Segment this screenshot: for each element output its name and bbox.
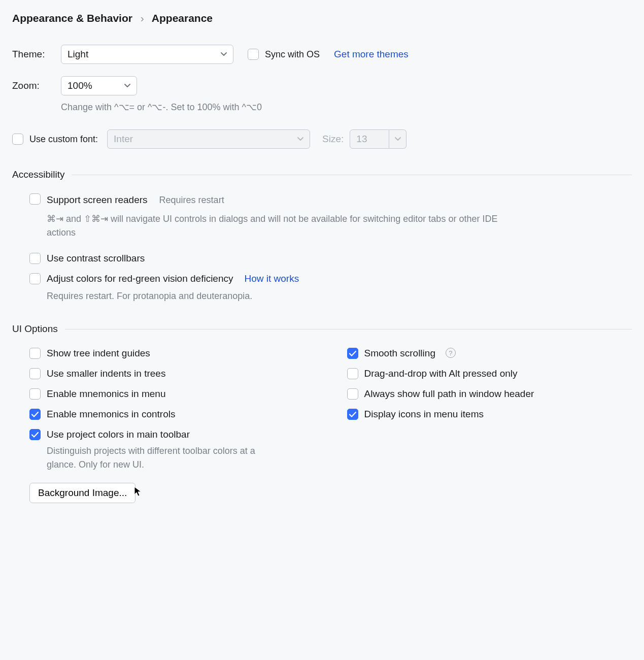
font-family-value: Inter bbox=[114, 134, 133, 145]
font-size-stepper: 13 bbox=[350, 129, 406, 149]
font-size-value: 13 bbox=[356, 134, 367, 145]
full-path-header-row: Always show full path in window header bbox=[347, 388, 632, 400]
display-icons-menu-row: Display icons in menu items bbox=[347, 409, 632, 420]
sync-with-os-label: Sync with OS bbox=[265, 49, 320, 60]
zoom-value: 100% bbox=[67, 80, 92, 91]
screen-readers-desc: ⌘⇥ and ⇧⌘⇥ will navigate UI controls in … bbox=[47, 212, 524, 240]
custom-font-row: Use custom font: Inter Size: 13 bbox=[12, 129, 632, 149]
project-colors-row: Use project colors in main toolbar bbox=[29, 429, 315, 440]
support-screen-readers-checkbox[interactable] bbox=[29, 193, 41, 205]
zoom-hint: Change with ^⌥= or ^⌥-. Set to 100% with… bbox=[61, 101, 632, 114]
project-colors-label: Use project colors in main toolbar bbox=[47, 429, 190, 440]
mnemonics-controls-checkbox[interactable] bbox=[29, 409, 41, 420]
theme-row: Theme: Light Sync with OS Get more theme… bbox=[12, 45, 632, 64]
display-icons-menu-checkbox[interactable] bbox=[347, 409, 358, 420]
ui-options-title: UI Options bbox=[12, 323, 58, 335]
support-screen-readers-label: Support screen readers bbox=[47, 194, 148, 205]
section-divider bbox=[72, 175, 632, 175]
get-more-themes-link[interactable]: Get more themes bbox=[334, 49, 409, 60]
font-family-dropdown: Inter bbox=[107, 129, 310, 149]
screen-readers-row: Support screen readers Requires restart bbox=[29, 193, 632, 207]
zoom-dropdown[interactable]: 100% bbox=[61, 76, 137, 95]
drag-drop-alt-checkbox[interactable] bbox=[347, 368, 358, 379]
use-custom-font-checkbox[interactable] bbox=[12, 134, 23, 145]
color-deficiency-row: Adjust colors for red-green vision defic… bbox=[29, 273, 632, 284]
requires-restart-note: Requires restart bbox=[159, 195, 224, 205]
sync-with-os-checkbox[interactable] bbox=[248, 49, 259, 60]
smooth-scrolling-label: Smooth scrolling bbox=[364, 348, 435, 359]
project-colors-checkbox[interactable] bbox=[29, 429, 41, 440]
zoom-label: Zoom: bbox=[12, 80, 53, 91]
how-it-works-link[interactable]: How it works bbox=[245, 273, 299, 284]
chevron-down-icon bbox=[297, 136, 303, 143]
mnemonics-controls-label: Enable mnemonics in controls bbox=[47, 409, 175, 420]
chevron-down-icon bbox=[395, 136, 401, 143]
mnemonics-controls-row: Enable mnemonics in controls bbox=[29, 409, 315, 420]
theme-value: Light bbox=[67, 49, 88, 60]
zoom-row: Zoom: 100% bbox=[12, 76, 632, 95]
section-divider bbox=[65, 329, 632, 329]
drag-drop-alt-label: Drag-and-drop with Alt pressed only bbox=[364, 368, 518, 379]
color-deficiency-label: Adjust colors for red-green vision defic… bbox=[47, 273, 233, 284]
chevron-down-icon bbox=[124, 82, 130, 89]
theme-dropdown[interactable]: Light bbox=[61, 45, 233, 64]
cursor-icon bbox=[133, 486, 143, 500]
ui-options-section-header: UI Options bbox=[12, 323, 632, 335]
smooth-scrolling-checkbox[interactable] bbox=[347, 348, 358, 359]
full-path-header-label: Always show full path in window header bbox=[364, 388, 534, 400]
breadcrumb: Appearance & Behavior › Appearance bbox=[12, 12, 632, 24]
display-icons-menu-label: Display icons in menu items bbox=[364, 409, 484, 420]
tree-indent-guides-row: Show tree indent guides bbox=[29, 348, 315, 359]
smaller-indents-label: Use smaller indents in trees bbox=[47, 368, 165, 379]
breadcrumb-separator: › bbox=[141, 12, 144, 24]
background-image-button[interactable]: Background Image... bbox=[29, 483, 135, 503]
mnemonics-menu-checkbox[interactable] bbox=[29, 388, 41, 400]
color-deficiency-desc: Requires restart. For protanopia and deu… bbox=[47, 289, 632, 303]
breadcrumb-level2: Appearance bbox=[152, 12, 213, 24]
contrast-scrollbars-row: Use contrast scrollbars bbox=[29, 253, 632, 264]
contrast-scrollbars-label: Use contrast scrollbars bbox=[47, 253, 145, 264]
smaller-indents-row: Use smaller indents in trees bbox=[29, 368, 315, 379]
chevron-down-icon bbox=[221, 51, 227, 58]
smooth-scrolling-row: Smooth scrolling ? bbox=[347, 348, 632, 359]
color-deficiency-checkbox[interactable] bbox=[29, 273, 41, 284]
drag-drop-alt-row: Drag-and-drop with Alt pressed only bbox=[347, 368, 632, 379]
tree-indent-guides-label: Show tree indent guides bbox=[47, 348, 150, 359]
project-colors-desc: Distinguish projects with different tool… bbox=[47, 444, 260, 472]
font-size-label: Size: bbox=[322, 134, 344, 145]
smaller-indents-checkbox[interactable] bbox=[29, 368, 41, 379]
tree-indent-guides-checkbox[interactable] bbox=[29, 348, 41, 359]
ui-options-right-column: Smooth scrolling ? Drag-and-drop with Al… bbox=[330, 348, 632, 503]
full-path-header-checkbox[interactable] bbox=[347, 388, 358, 400]
mnemonics-menu-label: Enable mnemonics in menu bbox=[47, 388, 165, 400]
breadcrumb-level1[interactable]: Appearance & Behavior bbox=[12, 12, 132, 24]
use-custom-font-label: Use custom font: bbox=[29, 134, 98, 145]
accessibility-section-header: Accessibility bbox=[12, 169, 632, 180]
accessibility-title: Accessibility bbox=[12, 169, 64, 180]
theme-label: Theme: bbox=[12, 49, 53, 60]
contrast-scrollbars-checkbox[interactable] bbox=[29, 253, 41, 264]
help-icon[interactable]: ? bbox=[446, 348, 456, 358]
mnemonics-menu-row: Enable mnemonics in menu bbox=[29, 388, 315, 400]
ui-options-left-column: Show tree indent guides Use smaller inde… bbox=[12, 348, 315, 503]
